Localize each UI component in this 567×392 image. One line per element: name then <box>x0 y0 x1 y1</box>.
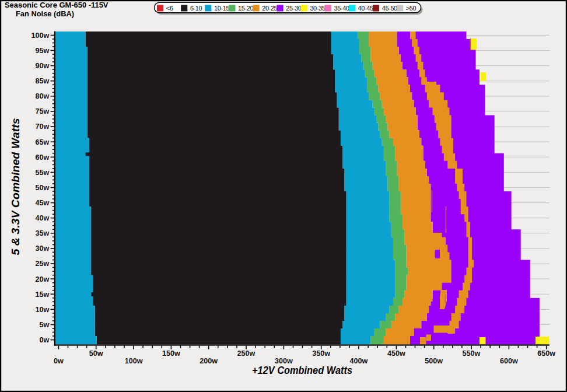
svg-text:6-10: 6-10 <box>190 5 202 12</box>
svg-text:600w: 600w <box>500 357 518 365</box>
svg-text:100w: 100w <box>31 32 49 40</box>
svg-text:75w: 75w <box>35 107 49 116</box>
svg-text:0w: 0w <box>54 357 64 365</box>
svg-text:15w: 15w <box>35 290 49 299</box>
svg-text:65w: 65w <box>35 138 49 146</box>
svg-text:30w: 30w <box>35 244 49 253</box>
svg-text:15-20: 15-20 <box>238 5 253 12</box>
svg-text:25w: 25w <box>35 260 49 268</box>
svg-text:50w: 50w <box>89 349 103 358</box>
svg-text:5 & 3.3V Combined Watts: 5 & 3.3V Combined Watts <box>9 118 22 256</box>
svg-text:80w: 80w <box>35 92 49 100</box>
svg-text:40-45: 40-45 <box>358 5 373 12</box>
svg-text:85w: 85w <box>35 77 49 85</box>
svg-text:500w: 500w <box>425 357 443 365</box>
svg-text:90w: 90w <box>35 62 49 70</box>
svg-text:10w: 10w <box>35 306 49 314</box>
svg-text:Seasonic Core GM-650 -115V: Seasonic Core GM-650 -115V <box>5 1 108 9</box>
svg-text:95w: 95w <box>35 47 49 55</box>
svg-text:30-35: 30-35 <box>310 5 325 12</box>
svg-text:5w: 5w <box>39 321 49 329</box>
svg-text:400w: 400w <box>350 357 368 365</box>
svg-text:100w: 100w <box>125 357 143 365</box>
svg-text:70w: 70w <box>35 123 49 131</box>
svg-text:45-50: 45-50 <box>382 5 397 12</box>
svg-text:25-30: 25-30 <box>286 5 301 12</box>
svg-text:250w: 250w <box>237 349 256 358</box>
svg-text:40w: 40w <box>35 214 49 222</box>
svg-text:35w: 35w <box>35 229 49 237</box>
svg-text:20-25: 20-25 <box>262 5 277 12</box>
svg-text:550w: 550w <box>463 349 481 358</box>
svg-text:+12V Combined Watts: +12V Combined Watts <box>252 364 352 376</box>
svg-text:35-40: 35-40 <box>334 5 349 12</box>
svg-text:20w: 20w <box>35 275 49 284</box>
svg-text:<6: <6 <box>166 5 173 12</box>
svg-text:0w: 0w <box>39 336 49 344</box>
svg-text:150w: 150w <box>162 349 180 358</box>
svg-text:55w: 55w <box>35 169 49 177</box>
svg-text:200w: 200w <box>200 357 218 365</box>
svg-text:>50: >50 <box>406 5 416 12</box>
svg-text:Fan Noise (dBA): Fan Noise (dBA) <box>16 10 74 18</box>
svg-text:45w: 45w <box>35 199 49 207</box>
svg-text:350w: 350w <box>312 349 330 358</box>
svg-text:60w: 60w <box>35 153 49 162</box>
svg-text:650w: 650w <box>537 349 555 358</box>
svg-text:10-15: 10-15 <box>214 5 229 12</box>
svg-text:50w: 50w <box>35 184 49 192</box>
svg-text:450w: 450w <box>387 349 405 358</box>
